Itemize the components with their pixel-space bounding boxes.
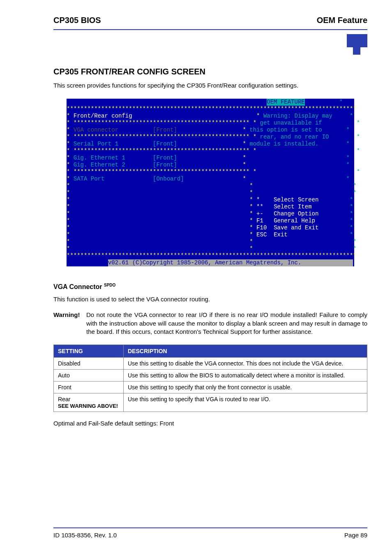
cell-setting: Auto [54,369,124,381]
bios-item-ge1-value: [Front] [153,155,177,161]
cell-setting: Disabled [54,357,124,369]
bios-key-help-l: General Help [274,217,315,224]
warning-block: Warning! Do not route the VGA connector … [53,311,367,336]
bios-help-l5: module is installed. [249,141,318,147]
th-setting: SETTING [54,345,124,357]
bios-help-l3: this option is set to [249,127,322,133]
bios-screen: OEM FEATURE * **************************… [67,99,354,266]
bios-key-save-l: Save and Exit [274,224,318,231]
vga-body: This function is used to select the VGA … [53,295,367,303]
section-intro: This screen provides functions for speci… [53,81,367,90]
bios-key-help-k: F1 [256,217,263,224]
page-header: CP305 BIOS OEM Feature [53,16,367,25]
bios-key-save-k: F10 [256,224,267,231]
bios-key-selitem-l: Select Item [274,204,311,210]
bios-key-exit-l: Exit [274,231,288,238]
header-rule [53,29,367,30]
table-row: Rear SEE WARNING ABOVE! Use this setting… [54,393,367,412]
footer-right: Page 89 [344,532,367,539]
cell-setting: Rear SEE WARNING ABOVE! [54,393,124,412]
footer-rule [53,527,367,528]
bios-item-ge1-label: Gig. Ethernet 1 [74,155,125,161]
table-row: Auto Use this setting to allow the BIOS … [54,369,367,381]
defaults-line: Optimal and Fail-Safe default settings: … [53,419,367,428]
bios-item-ge2-label: Gig. Ethernet 2 [74,162,125,168]
bios-key-selscreen-l: Select Screen [274,197,318,203]
cell-subwarning: SEE WARNING ABOVE! [58,403,118,409]
bios-help-l4: rear, and no rear IO [260,134,329,140]
section-title: CP305 FRONT/REAR CONFIG SCREEN [53,67,367,76]
vga-heading: VGA Connector SPDO [53,283,367,291]
cell-description: Use this setting to disable the VGA conn… [124,357,367,369]
header-right: OEM Feature [317,16,367,25]
bios-section-label: Front/Rear config [74,113,132,119]
cell-description: Use this setting to specify that VGA is … [124,393,367,412]
bios-key-change-k: +- [256,210,263,217]
bios-item-vga-value: [Front] [153,127,177,133]
warning-label: Warning! [53,311,86,336]
vga-heading-sup: SPDO [104,283,115,287]
bios-item-vga-label: VGA connector [74,127,118,133]
bios-item-sata-value: [Onboard] [153,176,184,182]
bios-item-serial-label: Serial Port 1 [74,141,118,147]
bios-key-change-l: Change Option [274,210,318,217]
cell-setting: Front [54,381,124,393]
bios-item-sata-label: SATA Port [74,176,105,182]
bios-key-selitem-k: ** [256,204,263,210]
bios-key-exit-k: ESC [256,231,267,238]
brand-logo [53,34,367,55]
bios-item-serial-value: [Front] [153,141,177,147]
bios-help-l2: get unavailable if [260,120,322,126]
table-row: Disabled Use this setting to disable the… [54,357,367,369]
bios-help-l1: Warning: Display may [263,113,332,119]
bios-item-ge2-value: [Front] [153,162,177,168]
bios-menu-title: OEM FEATURE [267,99,304,106]
header-left: CP305 BIOS [53,16,101,25]
svg-rect-1 [353,44,360,55]
vga-heading-text: VGA Connector [53,284,102,291]
page-footer: ID 1035-8356, Rev. 1.0 Page 89 [53,527,367,539]
bios-key-selscreen-k: * [256,197,260,203]
footer-left: ID 1035-8356, Rev. 1.0 [53,532,117,539]
cell-description: Use this setting to allow the BIOS to au… [124,369,367,381]
cell-description: Use this setting to specify that only th… [124,381,367,393]
warning-text: Do not route the VGA connector to rear I… [86,311,367,336]
table-row: Front Use this setting to specify that o… [54,381,367,393]
settings-table: SETTING DESCRIPTION Disabled Use this se… [53,345,367,412]
bios-copyright: v02.61 (C)Copyright 1985-2006, American … [108,259,301,266]
th-description: DESCRIPTION [124,345,367,357]
